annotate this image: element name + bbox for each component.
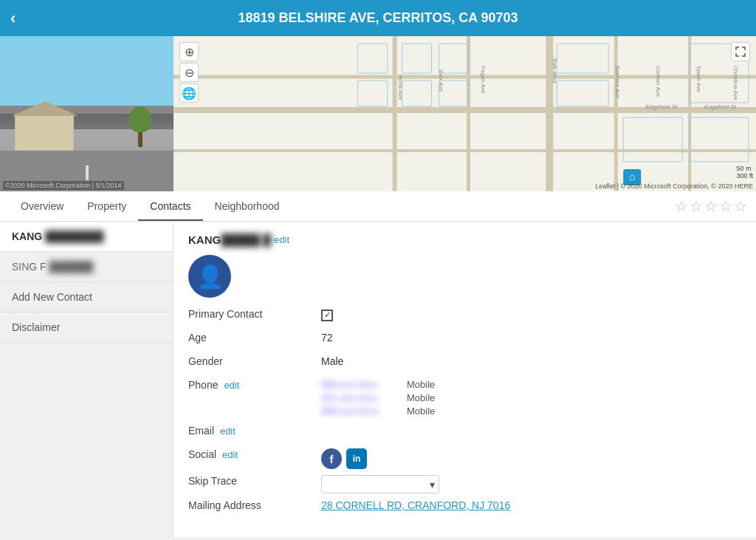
street-view: ©2020 Microsoft Corporation | 5/1/2014 [0,36,173,191]
primary-contact-row: Primary Contact ✓ [188,308,741,326]
street-view-copyright: ©2020 Microsoft Corporation | 5/1/2014 [3,181,124,190]
sidebar-item-kang-1[interactable]: KANG ████████ [0,222,173,252]
star-3[interactable]: ☆ [704,197,718,215]
mailing-address-link[interactable]: 28 CORNELL RD, CRANFORD, NJ 7016 [321,499,510,511]
skip-trace-row: Skip Trace [188,475,741,493]
phone-type-3: Mobile [407,406,435,417]
email-row: Email edit [188,425,741,442]
tab-property[interactable]: Property [75,193,138,221]
zoom-in-button[interactable]: ⊕ [179,42,199,61]
contact-name-blurred-1: ████████ [45,230,103,242]
phone-edit-link[interactable]: edit [224,380,239,391]
star-2[interactable]: ☆ [690,197,703,215]
phone-entry-3: 908-xxx-01xx Mobile [321,406,435,417]
svg-text:Cortner Ave: Cortner Ave [655,66,662,98]
sidebar-item-sing[interactable]: SING F ██████ [0,252,173,282]
header-title: 18819 BELSHIRE AVE, CERRITOS, CA 90703 [238,10,518,26]
zoom-out-button[interactable]: ⊖ [179,63,199,82]
social-edit-link[interactable]: edit [222,449,238,460]
linkedin-icon[interactable]: in [346,448,367,469]
svg-text:Spark Ave: Spark Ave [695,66,702,93]
contact-name-blurred-2: ██████ [49,261,94,273]
avatar-icon: 👤 [196,264,224,290]
phone-type-2: Mobile [407,392,435,403]
phone-label: Phone edit [188,379,321,391]
primary-contact-label: Primary Contact [188,308,321,320]
gender-row: Gender Male [188,355,741,373]
svg-text:Edgefield St: Edgefield St [704,103,737,110]
phone-numbers: 908-xxx-3xxx Mobile 201-xxx-xxxx Mobile … [321,379,435,419]
map-type-button[interactable]: 🌐 [179,83,199,103]
avatar: 👤 [188,255,231,298]
svg-text:Belshire Ave: Belshire Ave [614,66,621,99]
main-content: KANG ████████ SING F ██████ Add New Cont… [0,222,756,537]
back-button[interactable]: ‹ [10,9,16,28]
svg-text:Christina Ave: Christina Ave [732,66,739,100]
fullscreen-button[interactable] [731,42,750,61]
svg-text:⌂: ⌂ [629,171,635,182]
detail-header: KANG █████ █ edit [188,233,741,246]
star-rating: ☆ ☆ ☆ ☆ ☆ [675,191,747,221]
detail-panel: KANG █████ █ edit 👤 Primary Contact ✓ Ag… [173,222,756,537]
tab-neighborhood[interactable]: Neighborhood [203,193,292,221]
age-label: Age [188,332,321,344]
mailing-address-label: Mailing Address [188,499,321,511]
social-label: Social edit [188,448,321,460]
contact-edit-link[interactable]: edit [274,234,289,245]
phone-row: Phone edit 908-xxx-3xxx Mobile 201-xxx-x… [188,379,741,419]
sidebar: KANG ████████ SING F ██████ Add New Cont… [0,222,173,537]
map-tiles[interactable]: Horst Ave Ibex Ave Fagan Ave Balk Blvd B… [173,36,756,191]
skip-trace-select[interactable] [321,475,439,493]
social-row: Social edit f in [188,448,741,469]
svg-text:Horst Ave: Horst Ave [397,75,404,100]
skip-trace-label: Skip Trace [188,475,321,487]
svg-text:Balk Blvd: Balk Blvd [551,58,558,83]
email-label: Email edit [188,425,321,437]
header: ‹ 18819 BELSHIRE AVE, CERRITOS, CA 90703 [0,0,756,36]
email-edit-link[interactable]: edit [220,425,236,437]
sidebar-item-add-contact[interactable]: Add New Contact [0,282,173,312]
mailing-address-row: Mailing Address 28 CORNELL RD, CRANFORD,… [188,499,741,517]
contact-name-blurred: █████ █ [221,233,271,246]
map-copyright: Leaflet | © 2020 Microsoft Corporation, … [595,182,753,190]
contact-name: KANG [188,233,221,246]
map-controls: ⊕ ⊖ 🌐 [179,42,199,103]
star-1[interactable]: ☆ [675,197,688,215]
phone-number-2: 201-xxx-xxxx [321,392,402,403]
phone-entry-1: 908-xxx-3xxx Mobile [321,379,435,390]
map-scale: 50 m 300 ft [736,165,753,180]
map-container: ©2020 Microsoft Corporation | 5/1/2014 H… [0,36,756,191]
social-icons: f in [321,448,367,469]
phone-type-1: Mobile [407,379,435,390]
skip-trace-select-wrapper [321,475,439,493]
svg-text:Edgefield St: Edgefield St [645,103,678,110]
svg-rect-0 [173,36,756,191]
age-value: 72 [321,332,333,344]
primary-contact-checkbox: ✓ [321,308,333,321]
tabs-left: Overview Property Contacts Neighborhood [9,193,292,220]
checkbox-checked-icon: ✓ [321,310,333,321]
age-row: Age 72 [188,332,741,349]
tab-overview[interactable]: Overview [9,193,75,221]
svg-text:Fagan Ave: Fagan Ave [480,66,487,95]
phone-entry-2: 201-xxx-xxxx Mobile [321,392,435,403]
sidebar-item-disclaimer[interactable]: Disclaimer [0,312,173,343]
star-5[interactable]: ☆ [734,197,747,215]
star-4[interactable]: ☆ [719,197,732,215]
phone-number-3: 908-xxx-01xx [321,406,402,417]
skip-trace-field [321,475,439,493]
gender-label: Gender [188,355,321,367]
phone-number-1: 908-xxx-3xxx [321,379,402,390]
tab-contacts[interactable]: Contacts [138,193,202,221]
tabs-bar: Overview Property Contacts Neighborhood … [0,191,756,222]
facebook-icon[interactable]: f [321,448,342,469]
gender-value: Male [321,355,343,367]
